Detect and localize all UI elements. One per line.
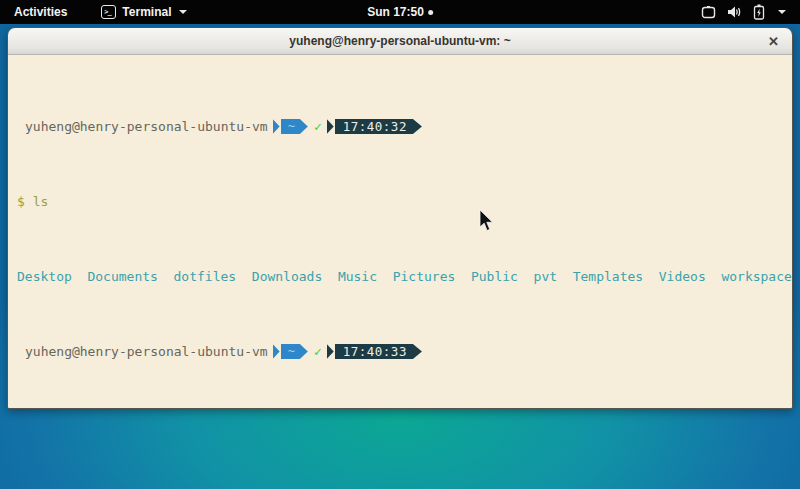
battery-charging-icon [753, 4, 765, 20]
powerline-arrow-icon [327, 344, 334, 359]
close-button[interactable]: ✕ [768, 35, 779, 48]
powerline-segment: ~ ✓ 17:40:33 [273, 344, 422, 359]
prompt-user-host: yuheng@henry-personal-ubuntu-vm [25, 344, 268, 359]
chevron-down-icon [778, 10, 786, 14]
powerline-arrow-icon [273, 119, 280, 134]
prompt-line: yuheng@henry-personal-ubuntu-vm ~ ✓ 17:4… [17, 344, 790, 359]
time-badge: 17:40:32 [335, 119, 422, 134]
window-title: yuheng@henry-personal-ubuntu-vm: ~ [289, 34, 510, 48]
notification-dot-icon [428, 10, 433, 15]
cwd-badge: ~ [281, 344, 308, 359]
prompt-user-host: yuheng@henry-personal-ubuntu-vm [25, 119, 268, 134]
prompt-line: yuheng@henry-personal-ubuntu-vm ~ ✓ 17:4… [17, 119, 790, 134]
app-menu-label: Terminal [122, 5, 171, 19]
command-line: $ ls [17, 194, 790, 209]
window-titlebar[interactable]: yuheng@henry-personal-ubuntu-vm: ~ ✕ [8, 28, 792, 55]
chevron-down-icon [179, 10, 187, 14]
powerline-segment: ~ ✓ 17:40:32 [273, 119, 422, 134]
terminal-icon: >_ [101, 5, 116, 19]
directory-list: Desktop Documents dotfiles Downloads Mus… [17, 269, 792, 284]
check-icon: ✓ [314, 344, 322, 359]
powerline-arrow-icon [327, 119, 334, 134]
command-text: ls [33, 194, 49, 209]
app-menu-button[interactable]: >_ Terminal [101, 5, 187, 19]
clock-label: Sun 17:50 [367, 5, 424, 19]
system-status-menu[interactable] [697, 2, 790, 22]
terminal-content[interactable]: yuheng@henry-personal-ubuntu-vm ~ ✓ 17:4… [8, 55, 792, 409]
check-icon: ✓ [314, 119, 322, 134]
screen-icon [701, 5, 716, 19]
top-bar: Activities >_ Terminal Sun 17:50 [0, 0, 800, 24]
volume-icon [727, 5, 742, 19]
cwd-badge: ~ [281, 119, 308, 134]
ls-output-line: Desktop Documents dotfiles Downloads Mus… [17, 269, 790, 284]
time-badge: 17:40:33 [335, 344, 422, 359]
prompt-sign: $ [17, 194, 25, 209]
powerline-arrow-icon [273, 344, 280, 359]
desktop: { "topbar": { "activities_label": "Activ… [0, 0, 800, 489]
terminal-window: yuheng@henry-personal-ubuntu-vm: ~ ✕ yuh… [7, 27, 793, 409]
clock-button[interactable]: Sun 17:50 [361, 3, 439, 21]
activities-button[interactable]: Activities [10, 3, 71, 21]
